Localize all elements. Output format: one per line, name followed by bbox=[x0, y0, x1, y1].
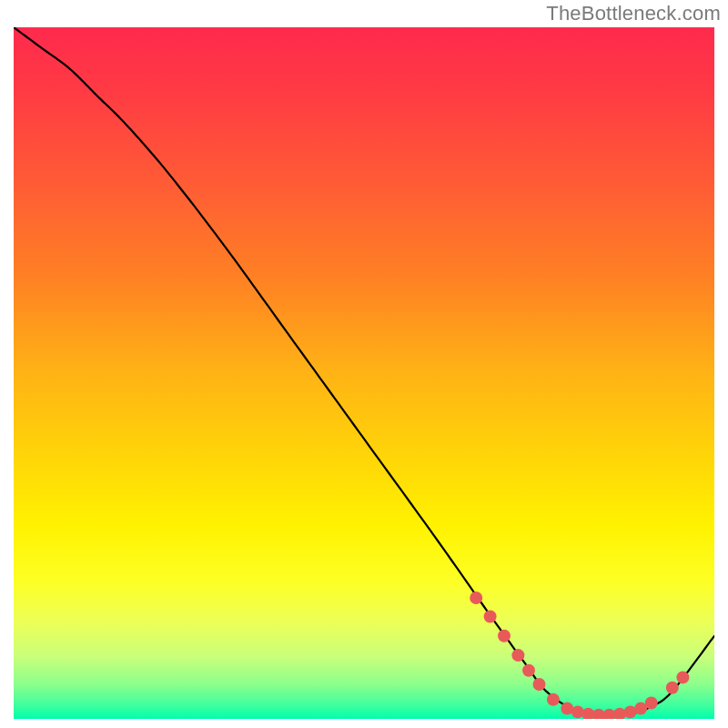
attribution-text: TheBottleneck.com bbox=[546, 2, 721, 25]
highlight-dot bbox=[666, 682, 679, 694]
highlight-dot bbox=[533, 678, 546, 691]
highlight-dot bbox=[547, 693, 560, 706]
chart-container: TheBottleneck.com bbox=[0, 0, 728, 728]
highlight-dot bbox=[645, 697, 658, 710]
highlight-dot bbox=[511, 649, 524, 662]
highlight-dot bbox=[470, 592, 482, 604]
gradient-background bbox=[14, 27, 714, 719]
highlight-dot bbox=[498, 630, 511, 642]
highlight-dot bbox=[484, 611, 497, 623]
highlight-dot bbox=[676, 671, 689, 683]
plot-area bbox=[14, 27, 714, 719]
bottleneck-chart bbox=[14, 27, 714, 719]
highlight-dot bbox=[522, 664, 535, 677]
